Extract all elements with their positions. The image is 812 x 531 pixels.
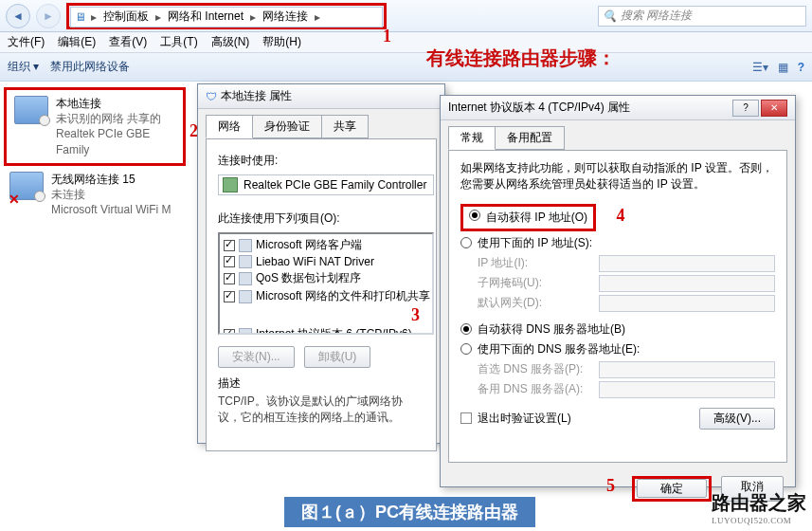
menu-file[interactable]: 文件(F) [8,34,45,50]
mask-label: 子网掩码(U): [478,275,591,291]
local-connection-properties-dialog: 🛡 本地连接 属性 网络 身份验证 共享 连接时使用: Realtek PCIe… [197,83,445,444]
list-item: Microsoft 网络的文件和打印机共享 [222,287,430,305]
crumb-network-internet[interactable]: 网络和 Internet [166,9,245,25]
connection-adapter: Microsoft Virtual WiFi M [51,202,171,217]
network-items-list[interactable]: Microsoft 网络客户端 Liebao WiFi NAT Driver Q… [218,232,434,335]
list-item: Liebao WiFi NAT Driver [222,254,430,269]
dns2-input [599,381,775,398]
connection-adapter: Realtek PCIe GBE Family [56,126,175,156]
dns2-label: 备用 DNS 服务器(A): [478,381,591,397]
tab-network[interactable]: 网络 [206,115,253,138]
wireless-adapter-icon [9,172,44,200]
checkbox-icon[interactable] [224,273,235,284]
advanced-button[interactable]: 高级(V)... [699,408,775,430]
computer-icon: 🖥 [75,10,86,24]
proto-icon [239,328,252,336]
share-icon [239,290,252,303]
radio-manual-ip[interactable] [460,237,472,248]
marker-4: 4 [616,206,624,225]
dialog-title: Internet 协议版本 4 (TCP/IPv4) 属性 [448,100,630,116]
connection-status: 未连接 [51,187,171,202]
menu-help[interactable]: 帮助(H) [262,34,301,50]
auto-ip-highlight: 自动获得 IP 地址(O) [460,204,596,231]
chevron-right-icon: ▸ [247,10,259,24]
menubar: 文件(F) 编辑(E) 查看(V) 工具(T) 高级(N) 帮助(H) [0,32,812,53]
chevron-right-icon: ▸ [88,10,99,24]
menu-view[interactable]: 查看(V) [109,34,147,50]
qos-icon [239,272,252,285]
search-input[interactable]: 🔍 搜索 网络连接 [598,6,806,27]
menu-edit[interactable]: 编辑(E) [58,34,96,50]
details-icon[interactable]: ▦ [778,61,788,74]
manual-dns-label: 使用下面的 DNS 服务器地址(E): [478,341,640,357]
ok-highlight: 确定 [632,476,712,502]
install-button[interactable]: 安装(N)... [218,346,295,368]
adapter-combo[interactable]: Realtek PCIe GBE Family Controller [218,174,434,195]
list-item: Microsoft 网络客户端 [222,236,430,254]
client-icon [239,239,252,252]
dialog-title: 本地连接 属性 [221,88,292,104]
gw-input [599,295,775,312]
tab-sharing[interactable]: 共享 [321,115,369,138]
banner-title: 有线连接路由器步骤： [426,46,616,71]
ipv4-properties-dialog: Internet 协议版本 4 (TCP/IPv4) 属性 ? ✕ 常规 备用配… [440,95,796,487]
connection-name: 本地连接 [56,96,175,111]
connections-list: 本地连接 未识别的网络 共享的 Realtek PCIe GBE Family … [0,82,189,227]
validate-checkbox[interactable] [460,412,472,424]
ip-label: IP 地址(I): [478,255,591,271]
checkbox-icon[interactable] [224,256,235,267]
address-bar[interactable]: 🖥 ▸ 控制面板 ▸ 网络和 Internet ▸ 网络连接 ▸ [70,7,383,27]
driver-icon [239,255,252,268]
description-text: TCP/IP。该协议是默认的广域网络协议，它的相互连接的网络上的通讯。 [218,394,424,426]
crumb-network-connections[interactable]: 网络连接 [261,9,310,25]
mask-input [599,275,775,292]
ip-input [599,255,775,272]
view-icon[interactable]: ☰▾ [752,61,768,74]
organize-button[interactable]: 组织 ▾ [8,59,39,75]
connection-local[interactable]: 本地连接 未识别的网络 共享的 Realtek PCIe GBE Family [9,92,181,161]
tab-auth[interactable]: 身份验证 [252,115,322,138]
marker-1: 1 [383,27,391,46]
disable-device-button[interactable]: 禁用此网络设备 [50,59,130,75]
radio-auto-dns[interactable] [460,323,472,335]
tab-general[interactable]: 常规 [448,126,496,150]
shield-icon: 🛡 [206,90,217,103]
back-button[interactable]: ◄ [6,4,30,28]
connection-wireless[interactable]: 无线网络连接 15 未连接 Microsoft Virtual WiFi M [4,168,186,222]
tab-alternate[interactable]: 备用配置 [495,126,565,150]
dns1-input [599,361,775,378]
menu-tools[interactable]: 工具(T) [160,34,197,50]
help-icon[interactable]: ? [798,61,804,74]
checkbox-icon[interactable] [224,240,235,251]
auto-dns-label: 自动获得 DNS 服务器地址(B) [478,321,625,338]
radio-manual-dns[interactable] [460,343,472,355]
marker-3: 3 [411,305,420,324]
list-item: Internet 协议版本 6 (TCP/IPv6) [222,325,430,335]
figure-caption: 图１(ａ）PC有线连接路由器 [284,497,535,527]
local-connection-highlight: 本地连接 未识别的网络 共享的 Realtek PCIe GBE Family [4,87,186,166]
crumb-control-panel[interactable]: 控制面板 [101,9,151,25]
uninstall-button[interactable]: 卸载(U) [304,346,371,368]
description-label: 描述 [218,375,424,392]
adapter-icon [223,177,238,192]
manual-ip-label: 使用下面的 IP 地址(S): [478,235,592,251]
toolbar: 组织 ▾ 禁用此网络设备 ☰▾ ▦ ? [0,53,812,82]
forward-button[interactable]: ► [36,4,61,28]
marker-5: 5 [606,476,615,502]
watermark: 路由器之家 LUYOUQI520.COM [712,490,806,525]
checkbox-icon[interactable] [224,291,235,302]
help-button[interactable]: ? [732,100,759,117]
list-item: QoS 数据包计划程序 [222,269,430,287]
address-bar-highlight: 🖥 ▸ 控制面板 ▸ 网络和 Internet ▸ 网络连接 ▸ [66,3,387,29]
network-adapter-icon [14,96,48,124]
chevron-right-icon: ▸ [312,10,323,24]
radio-auto-ip[interactable] [469,210,480,221]
chevron-right-icon: ▸ [153,10,164,24]
checkbox-icon[interactable] [224,329,235,336]
menu-advanced[interactable]: 高级(N) [211,34,250,50]
connection-status: 未识别的网络 共享的 [56,111,175,126]
uses-items-label: 此连接使用下列项目(O): [218,211,424,227]
ok-button[interactable]: 确定 [637,479,707,498]
close-button[interactable]: ✕ [761,100,787,117]
search-icon: 🔍 [603,9,617,23]
